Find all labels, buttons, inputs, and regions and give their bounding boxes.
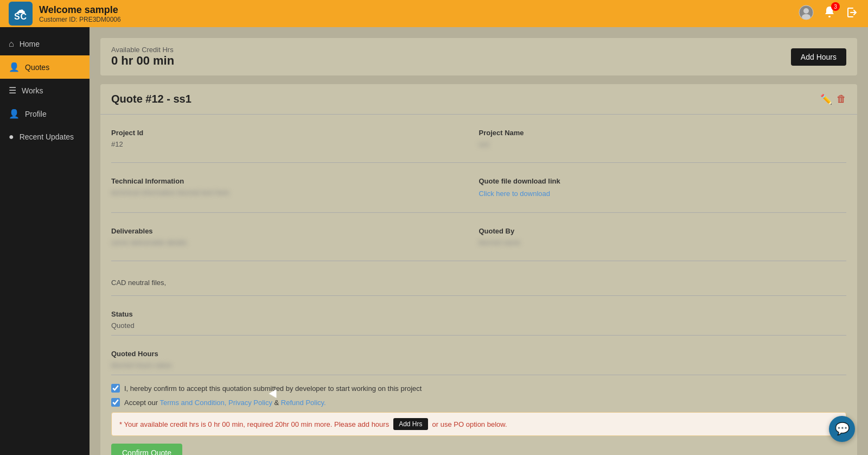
quote-body: Project Id #12 Project Name ss1 Technica…: [100, 115, 857, 455]
chat-bubble[interactable]: 💬: [829, 416, 855, 442]
avatar-icon[interactable]: [799, 5, 814, 22]
sidebar-label-profile: Profile: [25, 110, 47, 118]
ampersand: &: [275, 399, 279, 407]
status-section: Status Quoted: [111, 305, 846, 336]
works-icon: ☰: [9, 85, 16, 96]
tech-fields: Technical Information technical informat…: [111, 172, 846, 213]
credit-bar: Available Credit Hrs 0 hr 00 min Add Hou…: [100, 38, 857, 75]
sidebar-item-recent-updates[interactable]: ● Recent Updates: [0, 125, 90, 148]
accept-prefix: Accept our: [124, 399, 158, 407]
sidebar: ⌂ Home 👤 Quotes ☰ Works 👤 Profile ● Rece…: [0, 27, 90, 455]
delete-icon[interactable]: 🗑: [837, 93, 846, 105]
quote-file-group: Quote file download link Click here to d…: [479, 172, 847, 204]
sidebar-label-recent-updates: Recent Updates: [20, 132, 74, 141]
profile-icon: 👤: [9, 109, 20, 119]
add-hrs-inline-button[interactable]: Add Hrs: [393, 418, 427, 430]
cad-field: CAD neutral files,: [111, 270, 846, 296]
header-right: 3: [799, 5, 859, 22]
project-id-value: #12: [111, 140, 479, 148]
deliverables-group: Deliverables some deliverable details: [111, 222, 479, 252]
quote-title: Quote #12 - ss1: [111, 93, 192, 105]
terms-link[interactable]: Terms and Condition,: [160, 399, 227, 407]
project-name-value: ss1: [479, 140, 847, 148]
project-name-group: Project Name ss1: [479, 123, 847, 154]
quoted-by-label: Quoted By: [479, 227, 847, 235]
quote-file-link[interactable]: Click here to download: [479, 189, 551, 198]
technical-info-group: Technical Information technical informat…: [111, 172, 479, 204]
sidebar-item-home[interactable]: ⌂ Home: [0, 33, 90, 55]
privacy-link[interactable]: Privacy Policy: [228, 399, 272, 407]
technical-info-value: technical information blurred text here: [111, 188, 479, 197]
svg-point-1: [803, 8, 809, 14]
updates-icon: ●: [9, 132, 14, 142]
credit-label: Available Credit Hrs: [111, 46, 174, 54]
accept-checkbox-row: Accept our Terms and Condition, Privacy …: [111, 398, 846, 407]
quoted-by-group: Quoted By blurred name: [479, 222, 847, 252]
confirm-quote-button[interactable]: Confirm Quote: [111, 444, 182, 455]
quote-file-label: Quote file download link: [479, 177, 847, 185]
sidebar-item-quotes[interactable]: 👤 Quotes: [0, 55, 90, 79]
project-name-label: Project Name: [479, 129, 847, 137]
notification-badge: 3: [831, 2, 840, 11]
notifications-icon[interactable]: 3: [822, 5, 837, 22]
project-fields: Project Id #12 Project Name ss1: [111, 123, 846, 163]
refund-link[interactable]: Refund Policy.: [281, 399, 326, 407]
warning-text: * Your available credit hrs is 0 hr 00 m…: [119, 420, 389, 428]
quote-card: Quote #12 - ss1 ✏️ 🗑 Project Id #12 Proj…: [100, 84, 857, 455]
sidebar-label-works: Works: [22, 86, 43, 95]
cloud-icon: ☁: [16, 4, 25, 16]
content-area: Available Credit Hrs 0 hr 00 min Add Hou…: [90, 27, 868, 455]
welcome-text: Welcome sample: [39, 4, 121, 16]
sidebar-item-profile[interactable]: 👤 Profile: [0, 102, 90, 125]
edit-icon[interactable]: ✏️: [820, 93, 832, 105]
quote-actions: ✏️ 🗑: [820, 93, 846, 105]
main-layout: ⌂ Home 👤 Quotes ☰ Works 👤 Profile ● Rece…: [0, 27, 868, 455]
accept-checkbox-label: Accept our Terms and Condition, Privacy …: [124, 399, 326, 407]
quote-card-header: Quote #12 - ss1 ✏️ 🗑: [100, 84, 857, 115]
customer-id: Customer ID: PRE3DM0006: [39, 16, 121, 23]
confirm-checkbox-label: I, hereby confirm to accept this quotati…: [124, 384, 422, 393]
logo[interactable]: ☁ SC: [9, 2, 33, 26]
deliverables-label: Deliverables: [111, 227, 479, 235]
deliverables-value: some deliverable details: [111, 238, 479, 247]
chat-icon: 💬: [835, 422, 850, 436]
add-hours-button[interactable]: Add Hours: [791, 48, 846, 66]
sidebar-label-home: Home: [20, 40, 40, 48]
cad-text: CAD neutral files,: [111, 275, 846, 290]
sidebar-label-quotes: Quotes: [25, 63, 49, 72]
quoted-hours-label: Quoted Hours: [111, 350, 846, 358]
credit-value: 0 hr 00 min: [111, 54, 174, 68]
credit-info: Available Credit Hrs 0 hr 00 min: [111, 46, 174, 68]
sidebar-item-works[interactable]: ☰ Works: [0, 79, 90, 102]
header-title: Welcome sample Customer ID: PRE3DM0006: [39, 4, 121, 23]
deliverables-fields: Deliverables some deliverable details Qu…: [111, 222, 846, 261]
quoted-hours-value: blurred hours value: [111, 361, 846, 369]
confirm-checkbox-row: I, hereby confirm to accept this quotati…: [111, 384, 846, 393]
svg-rect-3: [828, 16, 831, 17]
status-value: Quoted: [111, 321, 846, 330]
svg-point-2: [802, 14, 810, 20]
status-label: Status: [111, 310, 846, 318]
home-icon: ⌂: [9, 39, 14, 49]
accept-checkbox[interactable]: [111, 398, 120, 407]
warning-bar: * Your available credit hrs is 0 hr 00 m…: [111, 412, 846, 436]
logout-icon[interactable]: [845, 5, 859, 22]
quoted-by-value: blurred name: [479, 238, 847, 247]
hours-section: Quoted Hours blurred hours value: [111, 344, 846, 375]
project-id-group: Project Id #12: [111, 123, 479, 154]
quotes-icon: 👤: [9, 62, 20, 72]
project-id-label: Project Id: [111, 129, 479, 137]
technical-info-label: Technical Information: [111, 177, 479, 185]
header-left: ☁ SC Welcome sample Customer ID: PRE3DM0…: [9, 2, 121, 26]
confirm-checkbox[interactable]: [111, 384, 120, 393]
top-header: ☁ SC Welcome sample Customer ID: PRE3DM0…: [0, 0, 868, 27]
warning-suffix: or use PO option below.: [432, 420, 507, 428]
